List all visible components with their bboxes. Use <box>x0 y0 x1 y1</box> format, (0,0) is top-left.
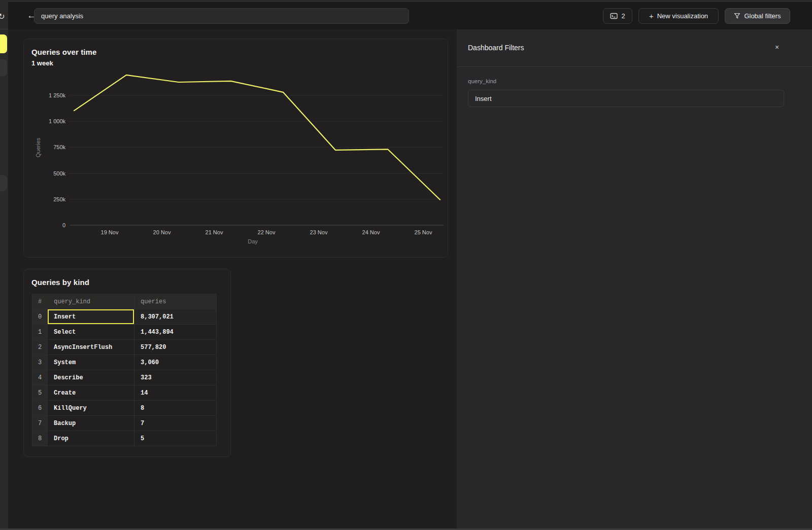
row-index-cell: 0 <box>32 309 48 325</box>
terminal-icon <box>610 13 618 19</box>
queries-line-series <box>74 75 440 200</box>
y-axis-label: Queries <box>35 137 41 157</box>
row-index-cell: 7 <box>32 416 48 431</box>
y-tick-label: 250k <box>53 196 65 202</box>
x-tick-label: 24 Nov <box>362 229 380 235</box>
chart-card-queries-over-time: 0250k500k750k1 000k1 250k19 Nov20 Nov21 … <box>23 39 448 258</box>
query-kind-cell[interactable]: AsyncInsertFlush <box>48 340 134 355</box>
queries-count-cell[interactable]: 323 <box>134 370 217 385</box>
funnel-icon <box>734 13 740 19</box>
row-index-cell: 3 <box>32 355 48 370</box>
table-row: 5Create14 <box>32 385 217 401</box>
sidebar-item-active[interactable] <box>0 34 7 53</box>
row-index-cell: 6 <box>32 401 48 416</box>
queries-count-cell[interactable]: 7 <box>134 416 217 431</box>
query-kind-cell[interactable]: Insert <box>48 309 134 325</box>
table-row: 4Describe323 <box>32 370 217 385</box>
chart-subtitle: 1 week <box>31 59 53 67</box>
y-tick-label: 0 <box>62 222 65 228</box>
table-row: 7Backup7 <box>32 416 217 431</box>
chart-title: Queries over time <box>31 48 96 56</box>
row-index-cell: 4 <box>32 370 48 385</box>
x-tick-label: 25 Nov <box>415 229 432 235</box>
sidebar-item[interactable] <box>0 59 7 76</box>
plus-icon: + <box>649 12 654 20</box>
filters-panel-title: Dashboard Filters <box>468 44 524 52</box>
query-kind-cell[interactable]: Select <box>48 325 134 340</box>
table-row: 3System3,060 <box>32 355 217 370</box>
x-tick-label: 20 Nov <box>153 229 171 235</box>
y-tick-label: 750k <box>53 144 65 150</box>
queries-count-cell[interactable]: 8,307,021 <box>134 309 217 325</box>
query-kind-cell[interactable]: Drop <box>48 431 134 446</box>
row-index-cell: 8 <box>32 431 48 446</box>
window-top-strip <box>0 0 812 2</box>
main-content: 0250k500k750k1 000k1 250k19 Nov20 Nov21 … <box>8 29 457 528</box>
global-filters-label: Global filters <box>744 12 781 20</box>
query-kind-cell[interactable]: KillQuery <box>48 401 134 416</box>
table-row: 6KillQuery8 <box>32 401 217 416</box>
x-tick-label: 23 Nov <box>310 229 328 235</box>
row-index-cell: 2 <box>32 340 48 355</box>
queries-by-kind-table: #query_kindqueries 0Insert8,307,0211Sele… <box>32 294 217 446</box>
x-tick-label: 21 Nov <box>206 229 223 235</box>
query-kind-cell[interactable]: System <box>48 355 134 370</box>
refresh-icon[interactable]: ↻ <box>0 11 8 23</box>
column-header-queries: queries <box>134 294 217 309</box>
table-row: 2AsyncInsertFlush577,820 <box>32 340 217 355</box>
global-filters-button[interactable]: Global filters <box>725 8 790 24</box>
queries-count-cell[interactable]: 5 <box>134 431 217 446</box>
table-row: 1Select1,443,894 <box>32 325 217 340</box>
table-card-queries-by-kind: Queries by kind #query_kindqueries 0Inse… <box>23 269 231 457</box>
console-count-button[interactable]: 2 <box>603 8 632 24</box>
x-tick-label: 22 Nov <box>258 229 276 235</box>
x-axis-label: Day <box>248 238 258 244</box>
new-visualization-button[interactable]: + New visualization <box>638 8 719 24</box>
table-header: #query_kindqueries <box>32 294 217 309</box>
queries-count-cell[interactable]: 14 <box>134 385 217 401</box>
query-kind-filter-input[interactable] <box>468 90 784 107</box>
filter-field-label: query_kind <box>468 78 496 84</box>
topbar: ← 2 + New visualization Global filters <box>8 2 812 29</box>
queries-count-cell[interactable]: 1,443,894 <box>134 325 217 340</box>
new-visualization-label: New visualization <box>657 12 708 20</box>
column-header-#: # <box>32 294 48 309</box>
table-row: 0Insert8,307,021 <box>32 309 217 325</box>
dashboard-window: ↻ ← 2 + New visualization Global filters <box>0 0 812 530</box>
line-chart-canvas: 0250k500k750k1 000k1 250k19 Nov20 Nov21 … <box>24 39 449 258</box>
y-tick-label: 1 250k <box>49 92 66 98</box>
sidebar: ↻ <box>0 0 8 530</box>
panel-divider <box>457 66 812 67</box>
dashboard-filters-panel: Dashboard Filters × query_kind <box>457 29 812 528</box>
row-index-cell: 1 <box>32 325 48 340</box>
queries-count-cell[interactable]: 8 <box>134 401 217 416</box>
dashboard-title-input[interactable] <box>34 8 409 24</box>
queries-count-cell[interactable]: 3,060 <box>134 355 217 370</box>
table-title: Queries by kind <box>31 278 89 287</box>
table-row: 8Drop5 <box>32 431 217 446</box>
sidebar-item[interactable] <box>0 175 7 191</box>
row-index-cell: 5 <box>32 385 48 401</box>
close-icon[interactable]: × <box>771 42 783 53</box>
console-count: 2 <box>621 12 625 20</box>
sidebar-divider <box>0 29 8 29</box>
query-kind-cell[interactable]: Backup <box>48 416 134 431</box>
x-tick-label: 19 Nov <box>101 229 119 235</box>
column-header-query_kind: query_kind <box>48 294 134 309</box>
queries-count-cell[interactable]: 577,820 <box>134 340 217 355</box>
query-kind-cell[interactable]: Create <box>48 385 134 401</box>
y-tick-label: 1 000k <box>49 118 66 124</box>
y-tick-label: 500k <box>53 170 65 176</box>
query-kind-cell[interactable]: Describe <box>48 370 134 385</box>
